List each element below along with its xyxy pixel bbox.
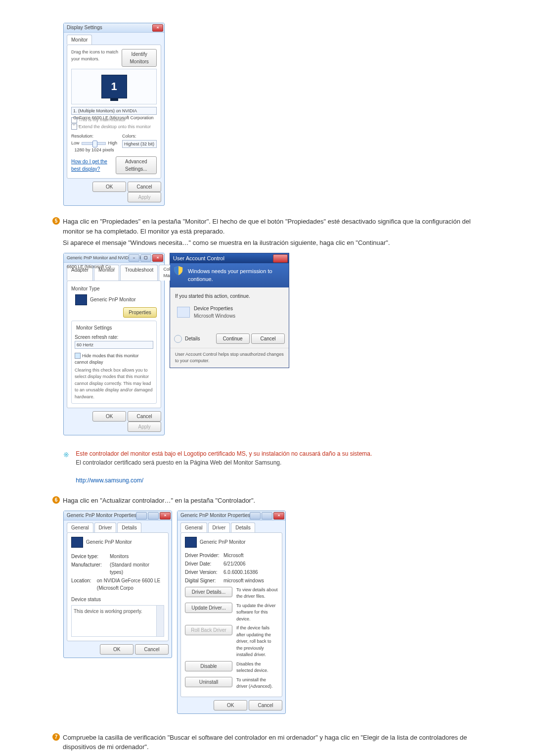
advanced-settings-button[interactable]: Advanced Settings... [116, 156, 157, 174]
monitor-icon: 1 [101, 75, 127, 98]
dt-value: Monitors [110, 553, 129, 560]
dd-value: 6/21/2006 [223, 560, 246, 567]
mf-label: Manufacturer: [71, 561, 110, 576]
cancel-button[interactable]: Cancel [135, 644, 169, 655]
monitor-select[interactable]: 1. (Multiple Monitors) on NVIDIA GeForce… [71, 107, 157, 115]
cancel-button[interactable]: Cancel [249, 700, 282, 710]
monitor-name: Generic PnP Monitor [200, 538, 246, 546]
apply-button[interactable]: Apply [128, 192, 161, 202]
tab-driver[interactable]: Driver [208, 522, 230, 532]
maximize-icon: ▢ [140, 254, 151, 262]
scrollbar[interactable] [156, 606, 164, 636]
ok-button[interactable]: OK [100, 644, 134, 655]
chevron-down-icon[interactable] [174, 335, 182, 343]
res-low: Low [71, 140, 80, 147]
ok-button[interactable]: OK [92, 182, 126, 192]
identify-monitors-button[interactable]: Identify Monitors [122, 49, 157, 67]
cancel-button[interactable]: Cancel [251, 333, 285, 344]
c-update: To update the driver software for this d… [236, 603, 278, 623]
fig-monitor-properties: Generic PnP Monitor and NVIDIA GeForce 6… [63, 253, 165, 436]
tab-details[interactable]: Details [117, 522, 141, 532]
best-display-link[interactable]: How do I get the best display? [71, 158, 116, 173]
fig-display-settings: Display Settings × Monitor Drag the icon… [63, 23, 165, 206]
driver-details-button[interactable]: Driver Details... [185, 587, 232, 597]
dp-value: Microsoft [223, 552, 244, 559]
step7-p1: Compruebe la casilla de verificación "Bu… [63, 733, 482, 752]
window-title: Display Settings [67, 25, 102, 30]
uac-footer-text: User Account Control helps stop unauthor… [170, 348, 289, 368]
tab-general[interactable]: General [67, 522, 93, 532]
res-label: Resolution: [71, 133, 117, 140]
uac-started: If you started this action, continue. [175, 292, 284, 300]
update-driver-button[interactable]: Update Driver... [185, 603, 232, 613]
shield-icon [173, 265, 184, 276]
fig-props-general: Generic PnP Monitor Properties × General… [63, 511, 172, 658]
app-icon [177, 307, 190, 318]
device-status-label: Device status [71, 596, 164, 603]
monitor-name: Generic PnP Monitor [86, 538, 132, 546]
colors-select[interactable]: Highest (32 bit) [122, 140, 157, 148]
refresh-rate-select[interactable]: 60 Hertz [75, 341, 153, 349]
samsung-link[interactable]: http://www.samsung.com/ [76, 477, 143, 484]
c-disable: Disables the selected device. [236, 661, 278, 674]
monitor-icon [185, 537, 197, 548]
device-status-value: This device is working properly. [74, 609, 142, 614]
res-high: High [108, 140, 117, 147]
minimize-icon [136, 512, 147, 520]
properties-button[interactable]: Properties [123, 307, 157, 318]
dv-label: Driver Version: [185, 568, 223, 576]
close-icon: × [273, 512, 284, 520]
loc-label: Location: [71, 577, 97, 592]
ok-button[interactable]: OK [92, 411, 126, 422]
step5-p1: Haga clic en "Propiedades" en la pestaña… [63, 217, 482, 236]
tab-monitor[interactable]: Monitor [67, 35, 92, 45]
res-value: 1280 by 1024 pixels [71, 147, 117, 154]
note-line1: Este controlador del monitor está bajo e… [76, 450, 372, 457]
tab-general[interactable]: General [180, 522, 207, 532]
rollback-button[interactable]: Roll Back Driver [185, 625, 232, 635]
monitor-settings-label: Monitor Settings [75, 324, 113, 331]
maximize-icon [262, 512, 272, 520]
hide-modes-label: Hide modes that this monitor cannot disp… [75, 353, 139, 365]
dv-value: 6.0.6000.16386 [223, 568, 258, 576]
close-icon: × [152, 254, 163, 262]
monitor-icon [75, 294, 87, 305]
resolution-slider[interactable] [92, 141, 97, 147]
apply-button[interactable]: Apply [128, 422, 161, 432]
checkbox-icon[interactable] [75, 353, 81, 359]
mf-value: (Standard monitor types) [110, 561, 164, 576]
monitor-type-label: Monitor Type [71, 285, 157, 292]
dsig-value: microsoft windows [223, 577, 264, 584]
tab-driver[interactable]: Driver [94, 522, 117, 532]
uac-banner-text: Windows needs your permission to contion… [188, 268, 272, 283]
cancel-button[interactable]: Cancel [128, 411, 161, 422]
step-5: 5 Haga clic en "Propiedades" en la pesta… [52, 217, 482, 250]
window-title: Generic PnP Monitor Properties [67, 513, 136, 518]
step-6: 6 Haga clic en "Actualizar controlador…"… [52, 496, 482, 508]
drag-hint: Drag the icons to match your monitors. [71, 49, 122, 62]
step-7: 7 Compruebe la casilla de verificación "… [52, 733, 482, 754]
cancel-button[interactable]: Cancel [128, 182, 161, 192]
close-icon [273, 254, 288, 263]
disable-button[interactable]: Disable [185, 661, 232, 671]
chk-extend: Extend the desktop onto this monitor [79, 124, 151, 129]
tab-details[interactable]: Details [231, 522, 255, 532]
uninstall-button[interactable]: Uninstall [185, 677, 232, 687]
tab-troubleshoot[interactable]: Troubleshoot [120, 265, 158, 281]
maximize-icon [148, 512, 159, 520]
c-roll: If the device fails after updating the d… [236, 625, 278, 659]
close-icon: × [160, 512, 171, 520]
window-titlebar: Generic PnP Monitor and NVIDIA GeForce 6… [64, 253, 164, 263]
window-titlebar: Display Settings × [64, 23, 164, 33]
continue-button[interactable]: Continue [216, 333, 250, 344]
ok-button[interactable]: OK [214, 700, 247, 710]
step-marker: 5 [52, 217, 60, 225]
checkbox-icon [71, 117, 77, 123]
note-icon: ※ [63, 450, 69, 460]
uac-dp: Device Properties [194, 305, 235, 312]
uac-mw: Microsoft Windows [194, 312, 235, 320]
monitor-name: Generic PnP Monitor [90, 296, 136, 303]
uac-details[interactable]: Details [185, 336, 200, 341]
c-details: To view details about the driver files. [236, 587, 278, 600]
uac-title-text: User Account Control [173, 255, 224, 261]
